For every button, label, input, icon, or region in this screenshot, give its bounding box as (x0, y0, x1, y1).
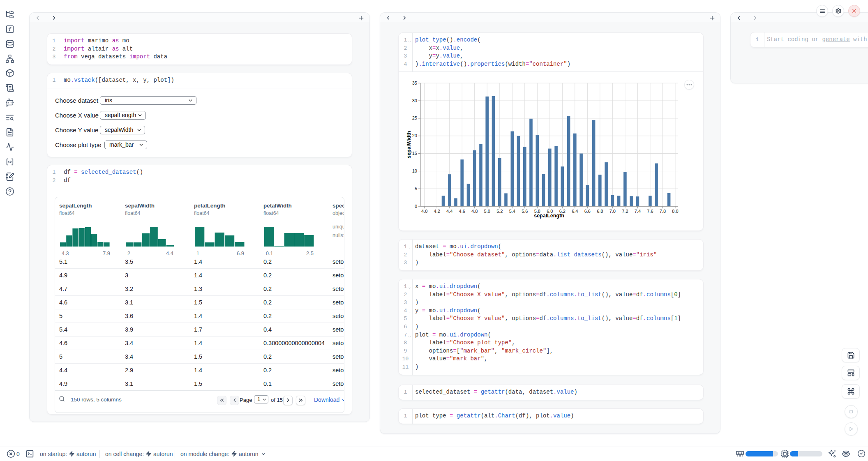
svg-text:4.4: 4.4 (446, 209, 452, 214)
svg-text:35: 35 (412, 81, 417, 85)
svg-text:30: 30 (412, 98, 417, 103)
svg-text:4.0: 4.0 (421, 209, 427, 214)
svg-text:4.6: 4.6 (459, 209, 465, 214)
svg-text:5.0: 5.0 (484, 209, 490, 214)
svg-text:25: 25 (412, 115, 417, 120)
svg-text:6.8: 6.8 (597, 209, 603, 214)
svg-text:20: 20 (412, 133, 417, 138)
svg-text:5.2: 5.2 (496, 209, 503, 214)
svg-text:4.8: 4.8 (471, 209, 478, 214)
svg-text:sepalWidth: sepalWidth (406, 131, 412, 159)
svg-text:5.4: 5.4 (509, 209, 515, 214)
svg-text:10: 10 (412, 168, 417, 173)
svg-text:7.4: 7.4 (635, 209, 641, 214)
svg-text:7.6: 7.6 (647, 209, 653, 214)
svg-text:15: 15 (412, 151, 417, 156)
svg-text:7.8: 7.8 (660, 209, 666, 214)
svg-text:7.2: 7.2 (622, 209, 628, 214)
svg-text:5.6: 5.6 (522, 209, 528, 214)
svg-text:0: 0 (415, 204, 417, 209)
svg-text:6.4: 6.4 (572, 209, 578, 214)
svg-text:7.0: 7.0 (609, 209, 616, 214)
svg-text:4.2: 4.2 (434, 209, 440, 214)
svg-text:5: 5 (415, 186, 417, 191)
svg-text:6.6: 6.6 (584, 209, 591, 214)
svg-text:8.0: 8.0 (672, 209, 678, 214)
svg-text:sepalLength: sepalLength (534, 213, 564, 219)
